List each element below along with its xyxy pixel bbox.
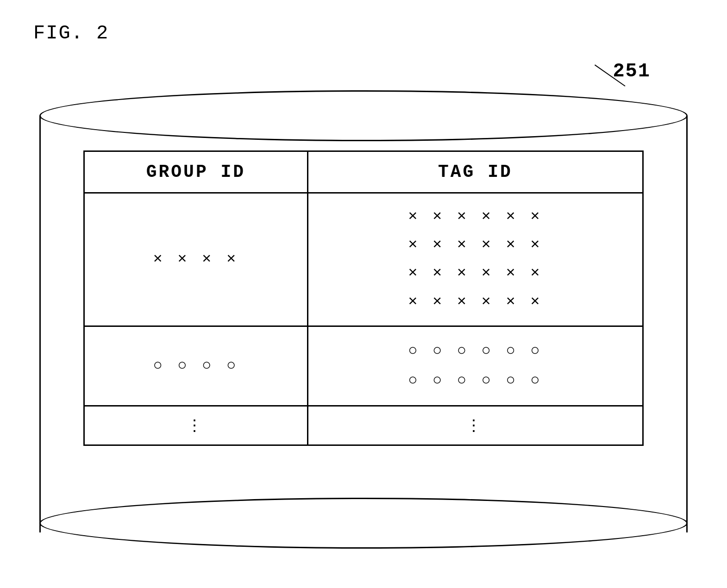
database-table: GROUP ID TAG ID × × × × × × × × × × × × … xyxy=(83,150,644,446)
tag-id-cell-x: × × × × × × × × × × × × × × × × × × × × … xyxy=(307,193,643,326)
table-header-row: GROUP ID TAG ID xyxy=(84,151,643,193)
table-row: ○ ○ ○ ○ ○ ○ ○ ○ ○ ○ ○ ○ ○ ○ ○ ○ xyxy=(84,326,643,406)
figure-label: FIG. 2 xyxy=(33,22,109,44)
group-id-header: GROUP ID xyxy=(84,151,308,193)
table-row: ⋮ ⋮ xyxy=(84,406,643,445)
database-table-wrapper: GROUP ID TAG ID × × × × × × × × × × × × … xyxy=(83,150,644,446)
table-row: × × × × × × × × × × × × × × × × × × × × … xyxy=(84,193,643,326)
group-id-cell-dots: ⋮ xyxy=(84,406,308,445)
group-id-cell-x: × × × × xyxy=(84,193,308,326)
cylinder-diagram: GROUP ID TAG ID × × × × × × × × × × × × … xyxy=(39,90,688,549)
tag-id-header: TAG ID xyxy=(307,151,643,193)
reference-number: 251 xyxy=(613,60,651,82)
cylinder-bottom xyxy=(39,498,688,549)
tag-id-cell-dots: ⋮ xyxy=(307,406,643,445)
tag-id-cell-o: ○ ○ ○ ○ ○ ○ ○ ○ ○ ○ ○ ○ xyxy=(307,326,643,406)
group-id-cell-o: ○ ○ ○ ○ xyxy=(84,326,308,406)
cylinder-top xyxy=(39,90,688,141)
